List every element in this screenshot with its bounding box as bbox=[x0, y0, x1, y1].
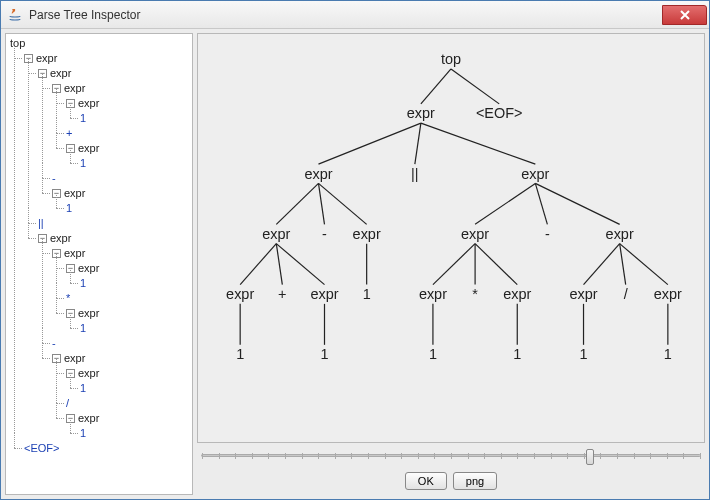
tree-node-expr[interactable]: −expr 1 bbox=[52, 186, 188, 216]
svg-text:*: * bbox=[472, 286, 478, 302]
tree-leaf[interactable]: 1 bbox=[66, 201, 188, 216]
tree-leaf[interactable]: 1 bbox=[80, 276, 188, 291]
svg-text:||: || bbox=[411, 166, 419, 182]
tree-node-expr[interactable]: −expr 1 bbox=[66, 96, 188, 126]
svg-text:1: 1 bbox=[664, 346, 672, 362]
tree-leaf[interactable]: 1 bbox=[80, 426, 188, 441]
tree-leaf[interactable]: 1 bbox=[80, 321, 188, 336]
svg-line-3 bbox=[415, 123, 421, 164]
svg-text:+: + bbox=[278, 286, 286, 302]
tree-node-expr[interactable]: −expr 1 bbox=[66, 306, 188, 336]
svg-text:top: top bbox=[441, 51, 461, 67]
tree-leaf[interactable]: 1 bbox=[80, 111, 188, 126]
svg-text:1: 1 bbox=[236, 346, 244, 362]
button-row: OK png bbox=[197, 467, 705, 495]
zoom-slider-row bbox=[197, 443, 705, 467]
tree-leaf[interactable]: - bbox=[52, 336, 188, 351]
parse-tree-canvas[interactable]: topexpr<EOF>expr||exprexpr-exprexpr-expr… bbox=[197, 33, 705, 443]
svg-text:1: 1 bbox=[580, 346, 588, 362]
svg-line-8 bbox=[475, 183, 535, 224]
svg-line-20 bbox=[620, 244, 668, 285]
svg-text:expr: expr bbox=[310, 286, 338, 302]
svg-line-12 bbox=[276, 244, 282, 285]
diagram-panel: topexpr<EOF>expr||exprexpr-exprexpr-expr… bbox=[197, 33, 705, 495]
svg-text:-: - bbox=[322, 226, 327, 242]
svg-line-19 bbox=[620, 244, 626, 285]
svg-line-13 bbox=[276, 244, 324, 285]
tree-leaf-eof[interactable]: <EOF> bbox=[24, 441, 188, 456]
content-area: top −expr −expr −expr bbox=[1, 29, 709, 499]
ok-button[interactable]: OK bbox=[405, 472, 447, 490]
tree-leaf[interactable]: + bbox=[66, 126, 188, 141]
parse-tree-inspector-window: Parse Tree Inspector top −expr −expr bbox=[0, 0, 710, 500]
svg-line-11 bbox=[240, 244, 276, 285]
tree-node-expr[interactable]: −expr 1 bbox=[66, 411, 188, 441]
tree-leaf[interactable]: - bbox=[52, 171, 188, 186]
slider-thumb[interactable] bbox=[586, 449, 594, 465]
svg-line-7 bbox=[318, 183, 366, 224]
svg-text:1: 1 bbox=[320, 346, 328, 362]
tree-leaf[interactable]: 1 bbox=[80, 381, 188, 396]
svg-text:/: / bbox=[624, 286, 629, 302]
tree-node-expr[interactable]: −expr 1 bbox=[66, 261, 188, 291]
svg-text:1: 1 bbox=[363, 286, 371, 302]
tree-leaf[interactable]: * bbox=[66, 291, 188, 306]
tree-panel[interactable]: top −expr −expr −expr bbox=[5, 33, 193, 495]
svg-line-2 bbox=[318, 123, 420, 164]
window-title: Parse Tree Inspector bbox=[29, 8, 662, 22]
svg-text:expr: expr bbox=[226, 286, 254, 302]
tree-node-expr[interactable]: −expr −expr 1 * bbox=[52, 246, 188, 336]
tree-leaf[interactable]: 1 bbox=[80, 156, 188, 171]
svg-text:expr: expr bbox=[304, 166, 332, 182]
java-icon bbox=[7, 7, 23, 23]
svg-line-9 bbox=[535, 183, 547, 224]
svg-line-5 bbox=[276, 183, 318, 224]
close-button[interactable] bbox=[662, 5, 707, 25]
svg-text:expr: expr bbox=[461, 226, 489, 242]
svg-text:expr: expr bbox=[407, 105, 435, 121]
svg-text:expr: expr bbox=[654, 286, 682, 302]
tree-node-expr[interactable]: −expr −expr 1 + bbox=[52, 81, 188, 171]
tree-view[interactable]: top −expr −expr −expr bbox=[10, 36, 188, 456]
tree-node-expr[interactable]: −expr −expr −expr bbox=[24, 51, 188, 441]
svg-text:expr: expr bbox=[569, 286, 597, 302]
svg-line-1 bbox=[451, 69, 499, 104]
svg-text:<EOF>: <EOF> bbox=[476, 105, 523, 121]
svg-line-4 bbox=[421, 123, 535, 164]
tree-node-top[interactable]: top −expr −expr −expr bbox=[10, 36, 188, 456]
tree-node-expr[interactable]: −expr −expr −expr 1 bbox=[38, 231, 188, 441]
svg-line-18 bbox=[584, 244, 620, 285]
svg-text:expr: expr bbox=[353, 226, 381, 242]
titlebar[interactable]: Parse Tree Inspector bbox=[1, 1, 709, 29]
svg-text:1: 1 bbox=[513, 346, 521, 362]
svg-text:-: - bbox=[545, 226, 550, 242]
close-icon bbox=[679, 10, 691, 20]
tree-leaf[interactable]: || bbox=[38, 216, 188, 231]
parse-tree-svg: topexpr<EOF>expr||exprexpr-exprexpr-expr… bbox=[198, 34, 704, 442]
svg-text:expr: expr bbox=[262, 226, 290, 242]
svg-text:expr: expr bbox=[503, 286, 531, 302]
svg-text:1: 1 bbox=[429, 346, 437, 362]
tree-leaf[interactable]: / bbox=[66, 396, 188, 411]
tree-node-expr[interactable]: −expr 1 bbox=[66, 141, 188, 171]
svg-line-6 bbox=[318, 183, 324, 224]
zoom-slider[interactable] bbox=[201, 454, 701, 457]
tree-node-expr[interactable]: −expr −expr −expr 1 bbox=[38, 66, 188, 216]
tree-node-expr[interactable]: −expr −expr 1 / bbox=[52, 351, 188, 441]
svg-line-10 bbox=[535, 183, 619, 224]
svg-text:expr: expr bbox=[419, 286, 447, 302]
svg-text:expr: expr bbox=[606, 226, 634, 242]
slider-ticks bbox=[202, 451, 700, 462]
svg-line-17 bbox=[475, 244, 517, 285]
svg-line-15 bbox=[433, 244, 475, 285]
png-button[interactable]: png bbox=[453, 472, 497, 490]
tree-node-label: top bbox=[10, 37, 25, 49]
svg-line-0 bbox=[421, 69, 451, 104]
tree-node-expr[interactable]: −expr 1 bbox=[66, 366, 188, 396]
svg-text:expr: expr bbox=[521, 166, 549, 182]
